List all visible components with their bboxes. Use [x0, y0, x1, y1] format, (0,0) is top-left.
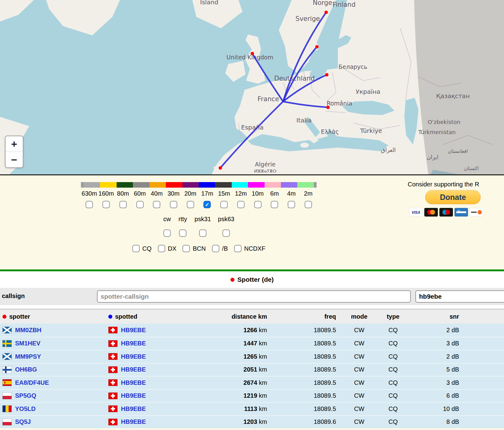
spotter-callsign-link[interactable]: SM1HEV [15, 340, 40, 347]
band-swatch-15m [215, 182, 231, 188]
spotter-callsign-link[interactable]: OH6BG [15, 366, 37, 373]
type-checkbox-DX[interactable] [158, 245, 165, 252]
band-checkbox-12m[interactable] [237, 201, 245, 208]
header-spotter: spotter [9, 313, 30, 320]
spotter-callsign-input[interactable] [97, 290, 411, 303]
mode-cell: CW [338, 353, 380, 360]
mode-checkbox-psk63[interactable] [222, 229, 230, 237]
mode-cell [162, 229, 172, 237]
switzerland-flag-icon [108, 379, 118, 386]
band-label-15m: 15m [216, 190, 233, 197]
filter-panel: 630m160m80m60m40m30m20m17m15m12m10m6m4m2… [0, 175, 504, 269]
type-checkbox-NCDXF[interactable] [234, 245, 242, 252]
mode-labels: cwrttypsk31psk63 [81, 216, 317, 223]
type-checkbox-CQ[interactable] [132, 245, 140, 252]
amex-card-icon [454, 208, 468, 217]
type-label-DX: DX [168, 245, 177, 252]
type-label-BCN: BCN [193, 245, 206, 252]
spot-marker-gotland[interactable] [315, 45, 319, 49]
spacer [0, 305, 504, 309]
band-swatch-17m [199, 182, 215, 188]
spotted-callsign-link[interactable]: HB9EBE [121, 379, 146, 386]
spot-row: MM0ZBHHB9EBE1266 km18089.5CWCQ2 dB [0, 324, 504, 337]
distance-cell: 2051 km [215, 366, 271, 373]
spotter-callsign-link[interactable]: MM0ZBH [15, 327, 42, 334]
mode-label-psk31: psk31 [194, 216, 212, 223]
discover-card-icon [470, 208, 483, 217]
night-overlay [414, 0, 504, 174]
mode-checkbox-psk31[interactable] [199, 229, 206, 237]
band-checkbox-30m[interactable] [170, 201, 177, 208]
spotter-callsign-link[interactable]: SQ5J [15, 418, 31, 425]
band-cell [199, 201, 216, 208]
type-cell: CQ [380, 405, 406, 412]
spotted-callsign-link[interactable]: HB9EBE [121, 418, 146, 425]
spotted-callsign-link[interactable]: HB9EBE [121, 366, 146, 373]
type-cell: CQ [380, 418, 406, 425]
spotted-callsign-link[interactable]: HB9EBE [121, 340, 146, 347]
spotted-callsign-input[interactable] [415, 290, 504, 303]
type-checkbox-/B[interactable] [212, 245, 219, 252]
map-label: France [258, 95, 279, 103]
band-swatch-10m [248, 182, 264, 188]
map-label: Finland [332, 1, 355, 8]
spotted-callsign-link[interactable]: HB9EBE [121, 392, 146, 399]
type-checkbox-BCN[interactable] [182, 245, 190, 252]
band-checkbox-17m[interactable] [203, 201, 211, 208]
mode-checkbox-cw[interactable] [163, 229, 171, 237]
distance-cell: 2674 km [215, 379, 271, 386]
finland-flag-icon [2, 366, 12, 373]
band-checkbox-160m[interactable] [102, 201, 110, 208]
band-checkbox-60m[interactable] [136, 201, 144, 208]
band-cell [114, 201, 131, 208]
donate-button[interactable]: Donate [425, 190, 481, 204]
distance-cell: 1265 km [215, 353, 271, 360]
band-checkbox-20m[interactable] [187, 201, 194, 208]
map[interactable]: IslandNorgeFinlandSverigeUnited KingdomБ… [0, 0, 504, 175]
spots-table-header: spotter spotted distance km freq mode ty… [0, 309, 504, 324]
spotter-callsign-link[interactable]: YO5LD [15, 405, 36, 412]
callsign-search-row: callsign [0, 288, 504, 305]
spot-row: SM1HEVHB9EBE1447 km18089.5CWCQ3 dB [0, 337, 504, 350]
spotted-callsign-link[interactable]: HB9EBE [121, 353, 146, 360]
spotted-callsign-link[interactable]: HB9EBE [121, 405, 146, 412]
spot-marker-canary[interactable] [219, 166, 222, 170]
freq-cell: 18089.5 [271, 340, 338, 347]
switzerland-flag-icon [108, 405, 118, 412]
header-distance: distance km [215, 313, 271, 320]
zoom-in-button[interactable]: + [6, 136, 23, 152]
spotter-callsign-link[interactable]: MM9PSY [15, 353, 41, 360]
band-checkbox-2m[interactable] [305, 201, 312, 208]
map-label: Sverige [295, 15, 320, 22]
spotted-callsign-link[interactable]: HB9EBE [121, 327, 146, 334]
band-checkbox-40m[interactable] [153, 201, 160, 208]
type-cell: CQ [380, 392, 406, 399]
band-checkbox-4m[interactable] [288, 201, 295, 208]
zoom-out-button[interactable]: − [6, 152, 23, 167]
callsign-label: callsign [2, 293, 25, 300]
spot-marker-scotland[interactable] [251, 52, 254, 55]
band-label-12m: 12m [232, 190, 249, 197]
band-cell [81, 201, 98, 208]
map-label: Türkiye [360, 127, 382, 134]
spotter-callsign-link[interactable]: SP5GQ [15, 392, 36, 399]
band-checkbox-80m[interactable] [119, 201, 127, 208]
spot-marker-poland[interactable] [325, 73, 329, 77]
mode-cell: CW [338, 405, 380, 412]
spotted-cell: HB9EBE [106, 340, 215, 347]
header-type: type [380, 313, 406, 320]
spot-marker-finland[interactable] [325, 11, 328, 14]
spotter-callsign-link[interactable]: EA8/DF4UE [15, 379, 49, 386]
band-swatch-6m [265, 182, 281, 188]
spotted-cell: HB9EBE [106, 418, 215, 425]
mode-checkbox-rtty[interactable] [179, 229, 186, 237]
band-checkbox-10m[interactable] [254, 201, 262, 208]
band-checkbox-6m[interactable] [271, 201, 278, 208]
band-checkbox-630m[interactable] [86, 201, 93, 208]
map-label: Norge [313, 0, 332, 6]
spotted-cell: HB9EBE [106, 327, 215, 334]
spot-marker-romania[interactable] [326, 106, 330, 109]
band-checkbox-15m[interactable] [220, 201, 228, 208]
snr-cell: 3 dB [406, 340, 462, 347]
mode-label-psk63: psk63 [217, 216, 235, 223]
